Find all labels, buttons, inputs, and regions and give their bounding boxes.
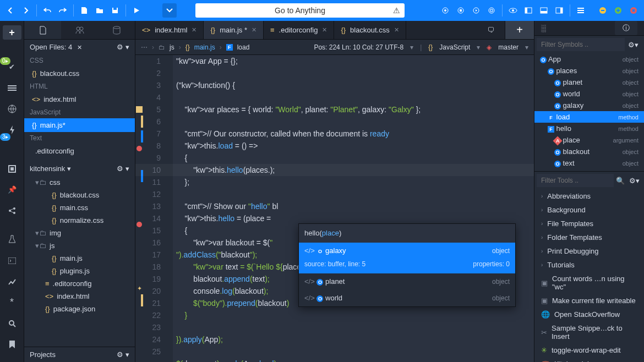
layout-right-btn[interactable] [552, 3, 566, 18]
open-folder-btn[interactable] [92, 3, 107, 18]
autocomplete-item[interactable]: </> O galaxyobject source: buffer, line:… [299, 243, 515, 273]
globe-icon[interactable] [5, 102, 19, 116]
tool-item[interactable]: ▣Count words …n using "wc" [534, 272, 644, 294]
menu-btn[interactable] [574, 3, 588, 18]
tree-file[interactable]: {}blackout.css [24, 189, 135, 201]
symbol-item[interactable]: F loadmethod [534, 111, 644, 123]
symbol-item[interactable]: O galaxyobject [534, 100, 644, 111]
open-file-item[interactable]: <>index.html [24, 92, 135, 106]
close-tab-icon[interactable]: ✕ [252, 26, 256, 34]
ellipsis-icon[interactable]: ⋯ [141, 43, 148, 51]
branch-selector[interactable]: master [498, 43, 519, 51]
tool-item[interactable]: ›Tutorials [534, 258, 644, 272]
gear-icon[interactable]: ⚙▾ [627, 177, 642, 185]
tool-item[interactable]: 🧰Kitchensink [534, 357, 644, 362]
crumb-folder[interactable]: js [170, 43, 174, 51]
run-macro-btn[interactable] [469, 3, 483, 18]
filter-tools-input[interactable] [537, 174, 614, 187]
tree-file[interactable]: ≡.editorconfig [24, 277, 135, 290]
play-btn[interactable] [129, 3, 144, 18]
symbol-item[interactable]: O worldobject [534, 88, 644, 100]
tree-folder[interactable]: ▾🗀css [24, 176, 135, 189]
minimap-icon[interactable]: ░ [541, 24, 546, 32]
editor-tab[interactable]: {}main.js *✕ [204, 21, 264, 39]
nav-fwd-btn[interactable] [19, 3, 33, 18]
tab-users-icon[interactable] [61, 21, 98, 39]
dropdown-btn[interactable] [162, 3, 177, 18]
close-icon[interactable]: ✕ [75, 44, 82, 51]
asterisk-icon[interactable]: * [5, 296, 19, 309]
lang-selector[interactable]: JavaScript [439, 43, 470, 51]
stop-btn[interactable] [454, 3, 468, 18]
nav-back-btn[interactable] [3, 3, 18, 18]
tool-item[interactable]: ›Folder Templates [534, 231, 644, 244]
tool-item[interactable]: ▣Make current file writeable [534, 294, 644, 308]
code-editor[interactable]: ✦ 12345678910111213141516171819202122232… [135, 55, 534, 362]
save-btn[interactable] [108, 3, 122, 18]
crumb-symbol[interactable]: load [237, 43, 250, 51]
flask-icon[interactable] [5, 233, 19, 246]
goto-anything-input[interactable]: Go to Anything ⚠ [195, 3, 405, 18]
window-maximize-btn[interactable] [611, 3, 625, 18]
focus-mode-btn[interactable] [506, 3, 520, 18]
tree-folder[interactable]: ▾🗀js [24, 239, 135, 252]
autocomplete-item[interactable]: </> O planetobject [299, 273, 515, 290]
projects-footer[interactable]: Projects ⚙ ▾ [24, 347, 135, 362]
close-tab-icon[interactable]: ✕ [394, 26, 399, 34]
open-file-item[interactable]: {}main.js* [24, 118, 135, 132]
bookmark-icon[interactable] [5, 338, 19, 351]
symbol-item[interactable]: O placesobject [534, 65, 644, 76]
undo-btn[interactable] [40, 3, 54, 18]
save-macro-btn[interactable] [484, 3, 499, 18]
open-file-item[interactable]: {}blackout.css [24, 67, 135, 80]
tree-file[interactable]: {}main.css [24, 201, 135, 214]
panel-icon[interactable] [5, 162, 19, 175]
redo-btn[interactable] [56, 3, 70, 18]
gear-icon[interactable]: ⚙ ▾ [117, 350, 129, 359]
share-icon[interactable] [5, 204, 19, 217]
symbol-item[interactable]: F hellomethod [534, 123, 644, 134]
symbol-item[interactable]: O planetobject [534, 76, 644, 88]
gear-icon[interactable]: ⚙ ▾ [117, 164, 129, 173]
info-icon[interactable]: ⓘ [615, 21, 637, 35]
editor-tab[interactable]: <>index.html✕ [135, 21, 204, 39]
crumb-file[interactable]: main.js [194, 43, 215, 51]
project-header[interactable]: kitchensink ▾ ⚙ ▾ [24, 161, 135, 176]
symbol-item[interactable]: A placeargument [534, 134, 644, 146]
editor-tab[interactable]: {}blackout.css✕ [334, 21, 406, 39]
gear-icon[interactable]: ⚙▾ [625, 41, 642, 49]
close-tab-icon[interactable]: ✕ [322, 26, 327, 34]
new-file-btn[interactable] [77, 3, 91, 18]
tool-item[interactable]: ✳toggle-word-wrap-edit [534, 343, 644, 357]
tree-file[interactable]: {}package.json [24, 303, 135, 315]
tab-db-icon[interactable] [98, 21, 135, 39]
tool-item[interactable]: 🌐Open StackOverflow [534, 308, 644, 321]
tree-file[interactable]: {}normalize.css [24, 214, 135, 227]
tree-file[interactable]: <>index.html [24, 290, 135, 303]
tool-item[interactable]: ›Abbreviations [534, 189, 644, 203]
open-file-item[interactable]: .editorconfig [24, 144, 135, 158]
add-icon[interactable]: + [3, 25, 21, 40]
symbol-item[interactable]: O textobject [534, 157, 644, 169]
pin-icon[interactable]: 📌 [5, 183, 19, 196]
autocomplete-item[interactable]: </> O worldobject [299, 290, 515, 306]
tool-item[interactable]: ›File Templates [534, 217, 644, 231]
tool-item[interactable]: ›Background [534, 203, 644, 217]
tree-folder[interactable]: ▾🗀img [24, 227, 135, 239]
terminal-icon[interactable] [5, 254, 19, 267]
filter-symbols-input[interactable] [537, 38, 625, 51]
editor-tab[interactable]: ≡.editorconfig✕ [264, 21, 334, 39]
gear-icon[interactable]: ⚙ ▾ [117, 43, 129, 51]
graph-icon[interactable] [5, 275, 19, 288]
lines-icon[interactable] [5, 81, 19, 95]
add-tab-btn[interactable]: + [505, 21, 534, 39]
close-tab-icon[interactable]: ✕ [192, 26, 197, 34]
search-icon[interactable] [5, 317, 19, 330]
search-icon[interactable]: 🔍 [614, 177, 627, 185]
layout-left-btn[interactable] [521, 3, 536, 18]
tool-item[interactable]: ✂Sample Snippe…ck to Insert [534, 321, 644, 343]
chat-icon[interactable]: 🗨 [477, 21, 505, 39]
window-close-btn[interactable] [626, 3, 641, 18]
tree-file[interactable]: {}main.js [24, 252, 135, 265]
symbol-item[interactable]: O Appobject [534, 53, 644, 65]
